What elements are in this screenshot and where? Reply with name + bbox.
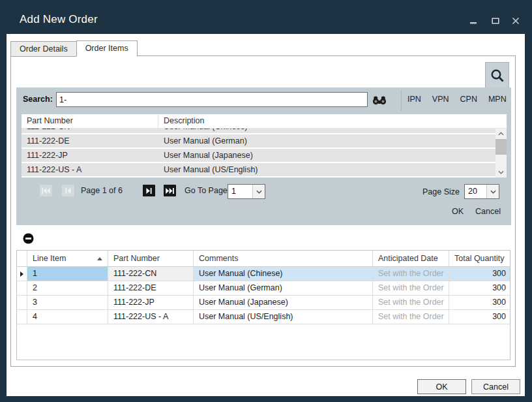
- description-cell: User Manual (German): [158, 134, 495, 147]
- search-input[interactable]: [56, 92, 368, 107]
- total-quantity-cell: 300: [449, 267, 510, 281]
- minus-circle-icon: [23, 233, 34, 244]
- panel-ok-button[interactable]: OK: [452, 207, 464, 216]
- row-selector-cell: [17, 267, 27, 281]
- column-header-comments[interactable]: Comments: [194, 251, 373, 266]
- cancel-button[interactable]: Cancel: [471, 379, 520, 394]
- maximize-button[interactable]: [490, 16, 501, 26]
- tab-order-details[interactable]: Order Details: [10, 41, 76, 57]
- find-button[interactable]: [371, 94, 388, 106]
- part-search-panel: Search: IPN VPN CPN MPN: [16, 87, 511, 225]
- part-number-cell: 111-222-JP: [22, 149, 158, 162]
- first-page-button[interactable]: [40, 185, 52, 196]
- previous-page-button[interactable]: [62, 185, 74, 196]
- results-pager: Page 1 of 6 Go To Page 1: [16, 183, 511, 199]
- next-page-button[interactable]: [143, 185, 155, 196]
- filter-button-cpn[interactable]: CPN: [460, 95, 477, 104]
- line-item-cell: 3: [27, 296, 108, 309]
- dialog-content: Order Details Order Items Search:: [7, 34, 525, 396]
- search-label: Search:: [23, 95, 53, 104]
- tab-order-items[interactable]: Order Items: [76, 40, 138, 57]
- anticipated-date-cell: Set with the Order: [373, 296, 449, 309]
- last-page-button[interactable]: [164, 185, 176, 196]
- search-result-row[interactable]: 111-222-DEUser Manual (German): [22, 134, 495, 147]
- minimize-button[interactable]: [468, 16, 479, 26]
- search-result-row[interactable]: 111-222-CNUser Manual (Chinese): [22, 129, 495, 133]
- description-cell: User Manual (US/English): [158, 163, 495, 176]
- order-items-header: Line Item Part Number Comments Anticipat…: [17, 251, 510, 267]
- search-results-header: Part Number Description: [22, 114, 507, 129]
- search-result-row[interactable]: 111-222-JPUser Manual (Japanese): [22, 149, 495, 162]
- anticipated-date-cell: Set with the Order: [373, 310, 449, 324]
- total-quantity-cell: 300: [449, 296, 510, 309]
- comments-cell: User Manual (US/English): [194, 310, 373, 324]
- filter-divider: [401, 90, 402, 111]
- binoculars-icon: [372, 95, 387, 105]
- first-page-icon: [42, 188, 50, 194]
- chevron-down-icon: [252, 185, 265, 198]
- order-items-grid: Line Item Part Number Comments Anticipat…: [16, 250, 510, 360]
- column-header-description[interactable]: Description: [158, 114, 495, 128]
- header-scroll-spacer: [495, 114, 507, 128]
- part-number-cell: 111-222-DE: [108, 281, 194, 295]
- title-bar: Add New Order: [0, 0, 532, 34]
- column-header-line-item[interactable]: Line Item: [27, 251, 108, 266]
- row-selector-cell: [17, 310, 27, 324]
- row-selector-cell: [17, 281, 27, 295]
- table-row[interactable]: 3111-222-JPUser Manual (Japanese)Set wit…: [17, 296, 510, 310]
- comments-cell: User Manual (Japanese): [194, 296, 373, 309]
- order-items-body: 1111-222-CNUser Manual (Chinese)Set with…: [17, 267, 510, 324]
- filter-button-mpn[interactable]: MPN: [488, 95, 507, 104]
- part-number-cell: 111-222-JP: [108, 296, 194, 309]
- anticipated-date-cell: Set with the Order: [373, 267, 449, 281]
- goto-page-select[interactable]: 1: [228, 184, 265, 199]
- panel-cancel-button[interactable]: Cancel: [475, 207, 501, 216]
- results-scrollbar[interactable]: [495, 129, 507, 178]
- part-number-cell: 111-222-DE: [22, 134, 158, 147]
- filter-button-group: IPN VPN CPN MPN: [407, 95, 507, 104]
- scrollbar-thumb[interactable]: [495, 139, 507, 155]
- maximize-icon: [492, 17, 499, 25]
- last-page-icon: [166, 188, 174, 194]
- line-item-cell: 4: [27, 310, 108, 324]
- anticipated-date-cell: Set with the Order: [373, 281, 449, 295]
- close-button[interactable]: [510, 16, 521, 26]
- scroll-down-button[interactable]: [495, 167, 507, 178]
- description-cell: User Manual (Japanese): [158, 149, 495, 162]
- ok-button[interactable]: OK: [417, 379, 466, 394]
- minimize-icon: [469, 17, 477, 25]
- next-page-icon: [146, 188, 152, 194]
- scroll-up-button[interactable]: [495, 129, 507, 139]
- page-size-label: Page Size: [422, 187, 460, 196]
- filter-button-ipn[interactable]: IPN: [407, 95, 421, 104]
- previous-page-icon: [65, 188, 71, 194]
- table-row[interactable]: 4111-222-US - AUser Manual (US/English)S…: [17, 310, 510, 324]
- table-row[interactable]: 1111-222-CNUser Manual (Chinese)Set with…: [17, 267, 510, 281]
- tab-strip: Order Details Order Items: [10, 40, 138, 57]
- table-row[interactable]: 2111-222-DEUser Manual (German)Set with …: [17, 281, 510, 296]
- column-header-part-number[interactable]: Part Number: [108, 251, 194, 266]
- remove-line-item-button[interactable]: [23, 233, 34, 244]
- goto-page-value: 1: [228, 185, 252, 198]
- window-title: Add New Order: [20, 13, 98, 26]
- part-number-cell: 111-222-CN: [108, 267, 194, 281]
- page-size-select[interactable]: 20: [464, 184, 499, 199]
- search-result-row[interactable]: 111-222-US - AUser Manual (US/English): [22, 163, 495, 176]
- order-items-tab-page: Search: IPN VPN CPN MPN: [10, 55, 516, 367]
- total-quantity-cell: 300: [449, 310, 510, 324]
- panel-actions: OK Cancel: [452, 207, 501, 216]
- column-header-anticipated-date[interactable]: Anticipated Date: [373, 251, 449, 266]
- description-cell: User Manual (Chinese): [158, 129, 495, 133]
- search-results-grid: Part Number Description 111-222-CNUser M…: [22, 114, 507, 178]
- filter-button-vpn[interactable]: VPN: [432, 95, 449, 104]
- column-header-total-quantity[interactable]: Total Quantity: [449, 251, 510, 266]
- chevron-down-icon: [486, 185, 499, 198]
- column-header-part-number[interactable]: Part Number: [22, 114, 158, 128]
- search-toggle-button[interactable]: [485, 62, 509, 88]
- search-results-body: 111-222-CNUser Manual (Chinese)111-222-D…: [22, 129, 495, 178]
- part-number-cell: 111-222-US - A: [22, 163, 158, 176]
- total-quantity-cell: 300: [449, 281, 510, 295]
- line-item-cell: 2: [27, 281, 108, 295]
- page-size-value: 20: [465, 185, 486, 198]
- part-number-cell: 111-222-US - A: [108, 310, 194, 324]
